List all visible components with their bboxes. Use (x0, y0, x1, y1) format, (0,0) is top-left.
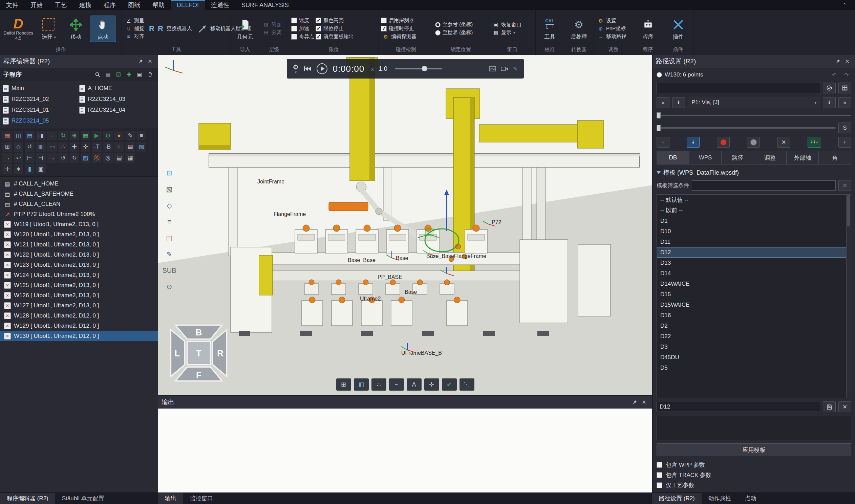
editor-tool-icon[interactable]: ▣ (36, 164, 46, 174)
program-line[interactable]: W123 [ Utool1, Uframe2, D13, 0 ] (0, 260, 158, 270)
select-button[interactable]: 选择 ▾ (36, 16, 61, 42)
template-item[interactable]: D13 (657, 257, 846, 268)
menu-item[interactable]: 开始 (24, 0, 49, 10)
program-line[interactable]: W130 [ Utool1, Uframe2, D12, 0 ] (0, 331, 158, 341)
program-line[interactable]: W124 [ Utool1, Uframe2, D13, 0 ] (0, 270, 158, 280)
template-item[interactable]: D5 (657, 362, 846, 373)
redo-icon[interactable]: ↷ (842, 70, 851, 79)
editor-tool-icon[interactable]: ▥ (36, 142, 46, 152)
viewport-tool-icon[interactable]: SUB (162, 264, 176, 277)
limit-checkbox[interactable]: 颜色高亮 (316, 17, 354, 24)
subprogram-item[interactable]: R2ZC3214_05 (3, 116, 79, 126)
program-line[interactable]: # CALL A_SAFEHOME (0, 189, 158, 199)
align-button[interactable]: ≡ 对齐 (124, 33, 146, 40)
scrollbar-thumb[interactable] (847, 195, 850, 227)
menu-item[interactable]: 程序 (97, 0, 122, 10)
viewport-mode-icon[interactable]: A (407, 378, 422, 391)
editor-tool-icon[interactable]: ✛ (80, 142, 91, 152)
settings-tab[interactable]: DB (657, 151, 690, 164)
program-line[interactable]: W127 [ Utool1, Uframe2, D13, 0 ] (0, 301, 158, 311)
program-line[interactable]: W126 [ Utool1, Uframe2, D13, 0 ] (0, 290, 158, 301)
program-line[interactable]: # CALL A_HOME (0, 179, 158, 189)
snap-button[interactable]: ∪ 捕捉 (124, 25, 146, 32)
collision-checkbox[interactable]: 启用探测器 (381, 17, 418, 24)
editor-tool-icon[interactable]: ↓ (47, 130, 57, 141)
view-cube[interactable]: B L T R F (170, 324, 228, 382)
template-option-checkbox[interactable]: 包含 TRACK 参数 (657, 470, 851, 480)
menu-item[interactable]: 连通性 (205, 0, 235, 10)
move-button[interactable]: 移动 (63, 16, 89, 42)
viewport-mode-icon[interactable]: ◧ (354, 378, 369, 391)
settings-tab[interactable]: 外部轴 (787, 151, 819, 164)
viewport-tool-icon[interactable]: ≡ (162, 215, 176, 228)
viewport-mode-icon[interactable]: ⊞ (336, 378, 351, 391)
cube-face-back[interactable]: B (196, 328, 202, 337)
add-point-button[interactable]: + (657, 137, 670, 148)
program-line[interactable]: PTP P72 Utool1 Uframe2 100% (0, 209, 158, 219)
move-path-button[interactable]: → 移动路径 (596, 33, 628, 40)
editor-tool-icon[interactable]: ⊢ (24, 152, 35, 163)
slider-handle[interactable] (657, 112, 661, 119)
menu-item[interactable]: 工艺 (49, 0, 73, 10)
template-name-input[interactable] (657, 402, 820, 412)
undo-icon[interactable]: ↶ (830, 70, 839, 79)
viewport-tool-icon[interactable]: ⊡ (162, 166, 176, 179)
editor-tool-icon[interactable]: ● (114, 130, 124, 141)
menu-item[interactable]: SURF ANALYSIS (235, 0, 295, 10)
dock-tab[interactable]: 监控窗口 (183, 493, 220, 504)
plugins-button[interactable]: 插件 (665, 16, 691, 42)
subprogram-item[interactable]: Main (3, 83, 79, 93)
template-item[interactable]: D2 (657, 321, 846, 331)
template-option-checkbox[interactable]: 仅工艺参数 (657, 480, 851, 490)
editor-tool-icon[interactable]: ▦ (2, 130, 13, 141)
template-item[interactable]: D45DU (657, 352, 846, 362)
dock-tab[interactable]: Stäubli 单元配置 (55, 493, 111, 504)
editor-tool-icon[interactable]: ◇ (13, 142, 24, 152)
editor-tool-icon[interactable]: ▤ (24, 130, 35, 141)
viewport-mode-icon[interactable]: ✛ (424, 378, 439, 391)
settings-tab[interactable]: WPS (690, 151, 722, 164)
limit-checkbox[interactable]: 奇异点 (291, 33, 314, 40)
next-point-button[interactable]: » (838, 97, 851, 108)
template-item[interactable]: D14WAICE (657, 278, 846, 289)
template-item[interactable]: D11 (657, 237, 846, 247)
menu-item[interactable]: 图纸 (122, 0, 146, 10)
editor-tool-icon[interactable]: -B (103, 142, 113, 152)
viewport-mode-icon[interactable]: ∴ (372, 378, 386, 391)
template-item[interactable]: -- 以前 -- (657, 205, 846, 216)
viewport-tool-icon[interactable]: ▤ (162, 232, 176, 245)
apply-template-button[interactable]: 应用模板 (657, 444, 851, 456)
editor-tool-icon[interactable]: ∴ (58, 142, 68, 152)
program-doc-icon[interactable]: ▤ (103, 70, 113, 79)
play-icon[interactable] (316, 63, 328, 74)
editor-tool-icon[interactable]: ⊙ (103, 130, 113, 141)
delete-point-button[interactable]: ✕ (778, 137, 790, 148)
slider-handle[interactable] (657, 125, 661, 131)
limit-checkbox[interactable]: 加速 (291, 25, 314, 32)
cube-face-top[interactable]: T (196, 349, 201, 358)
template-item[interactable]: D10 (657, 226, 846, 237)
pin-point-button[interactable] (687, 137, 699, 148)
record-video-icon[interactable] (501, 66, 508, 71)
display-button[interactable]: ▦ 显示 ▾ (491, 29, 523, 36)
position-slider[interactable] (657, 112, 851, 119)
template-item[interactable]: D3 (657, 342, 846, 352)
lock-radio[interactable]: 至世界 (坐标) (435, 29, 473, 36)
editor-tool-icon[interactable]: ↩ (13, 152, 24, 163)
add-program-icon[interactable]: ✚ (124, 70, 134, 79)
annotate-pen-icon[interactable]: ✎ (513, 66, 517, 72)
speed-slider[interactable] (395, 68, 442, 69)
slider-handle[interactable] (422, 66, 427, 71)
viewport-mode-icon[interactable]: ~ (389, 378, 404, 391)
point-name-input[interactable] (657, 83, 820, 93)
editor-tool-icon[interactable]: ▧ (136, 142, 147, 152)
viewport-tool-icon[interactable]: ⊙ (162, 280, 176, 293)
dock-tab[interactable]: 动作属性 (701, 493, 738, 504)
scrollbar[interactable] (846, 195, 851, 398)
pin-icon[interactable] (833, 57, 842, 66)
subprogram-item[interactable]: R2ZC3214_03 (79, 94, 156, 104)
editor-tool-icon[interactable]: ≡ (136, 130, 147, 141)
prev-point-button[interactable]: « (657, 97, 670, 108)
close-icon[interactable]: ✕ (639, 398, 649, 407)
editor-tool-icon[interactable]: ⊣ (36, 152, 46, 163)
